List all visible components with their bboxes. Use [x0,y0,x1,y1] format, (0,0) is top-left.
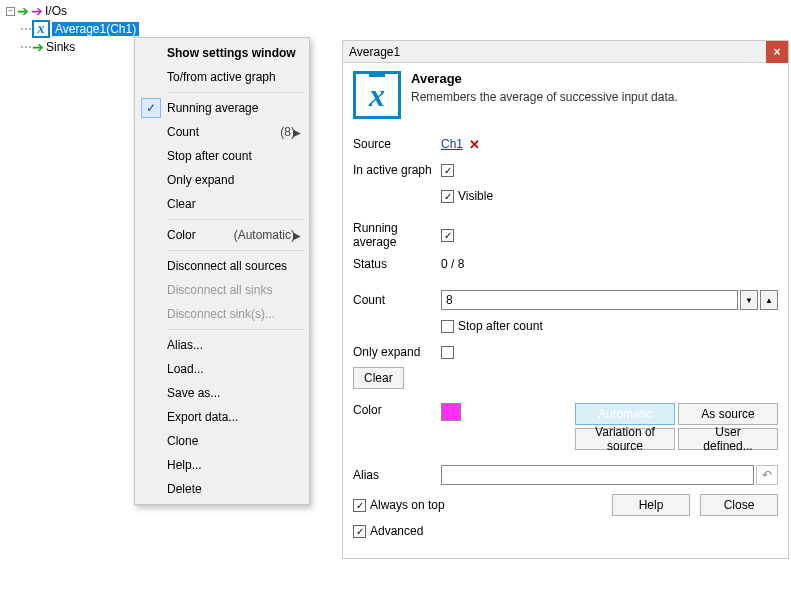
color-automatic-button[interactable]: Automatic [575,403,675,425]
description-block: Average Remembers the average of success… [353,71,778,119]
label-alias: Alias [353,468,441,482]
row-active-graph: In active graph [353,159,778,181]
footer: Always on top Advanced Help Close [353,494,778,546]
checkbox-only-expand[interactable] [441,346,454,359]
label-always-on-top: Always on top [370,498,445,512]
color-user-defined-button[interactable]: User defined... [678,428,778,450]
menu-stop-after-count[interactable]: Stop after count [137,144,307,168]
average-icon [353,71,401,119]
submenu-icon: ▶ [293,230,301,241]
label-source: Source [353,137,441,151]
menu-only-expand[interactable]: Only expand [137,168,307,192]
remove-source-icon[interactable]: ✕ [469,137,480,152]
menu-save-as[interactable]: Save as... [137,381,307,405]
color-swatch[interactable] [441,403,461,421]
label-color: Color [353,403,441,417]
color-variation-button[interactable]: Variation of source [575,428,675,450]
row-always-on-top: Always on top [353,494,445,516]
row-color: Color Automatic As source Variation of s… [353,403,778,450]
settings-body: Average Remembers the average of success… [343,63,788,558]
checkbox-active-graph[interactable] [441,164,454,177]
close-button[interactable]: × [766,41,788,63]
label-running-average: Running average [353,221,441,249]
average-icon [32,20,50,38]
menu-export-data[interactable]: Export data... [137,405,307,429]
menu-count[interactable]: Count(8)▶ [137,120,307,144]
menu-load[interactable]: Load... [137,357,307,381]
label-stop-after-count: Stop after count [458,319,543,333]
help-button[interactable]: Help [612,494,690,516]
close-settings-button[interactable]: Close [700,494,778,516]
color-mode-buttons: Automatic As source Variation of source … [575,403,778,450]
menu-disconnect-selected-sinks: Disconnect sink(s)... [137,302,307,326]
clear-button[interactable]: Clear [353,367,404,389]
menu-clone[interactable]: Clone [137,429,307,453]
arrow-right-icon: ➔ [32,41,44,53]
menu-separator [167,329,305,330]
settings-subtitle: Remembers the average of successive inpu… [411,90,678,104]
checkbox-advanced[interactable] [353,525,366,538]
alias-reset-button[interactable]: ↶ [756,465,778,485]
row-running-average: Running average [353,221,778,249]
spin-down-button[interactable]: ▼ [740,290,758,310]
settings-heading: Average [411,71,678,86]
row-count: Count ▼ ▲ [353,289,778,311]
menu-alias[interactable]: Alias... [137,333,307,357]
label-visible: Visible [458,189,493,203]
arrow-right-icon: ➔ [31,5,43,17]
status-value: 0 / 8 [441,257,464,271]
menu-color[interactable]: Color(Automatic)▶ [137,223,307,247]
settings-window: Average1 × Average Remembers the average… [342,40,789,559]
tree-label: Sinks [46,40,75,54]
menu-show-settings[interactable]: Show settings window [137,41,307,65]
label-only-expand: Only expand [353,345,441,359]
label-count: Count [353,293,441,307]
menu-separator [167,92,305,93]
row-source: Source Ch1 ✕ [353,133,778,155]
menu-help[interactable]: Help... [137,453,307,477]
settings-title: Average1 [349,45,400,59]
tree-node-sinks[interactable]: ⋯ ➔ Sinks [6,38,139,56]
menu-separator [167,250,305,251]
arrow-right-icon: ➔ [17,5,29,17]
tree-line-icon: ⋯ [20,40,30,54]
label-active-graph: In active graph [353,163,441,177]
row-clear: Clear [353,367,778,389]
source-link[interactable]: Ch1 [441,137,463,151]
count-input[interactable] [441,290,738,310]
tree-node-average1[interactable]: ⋯ Average1(Ch1) [6,20,139,38]
close-icon: × [773,45,780,59]
color-as-source-button[interactable]: As source [678,403,778,425]
checkbox-visible[interactable] [441,190,454,203]
label-advanced: Advanced [370,524,423,538]
collapse-icon[interactable]: − [6,7,15,16]
menu-disconnect-sinks: Disconnect all sinks [137,278,307,302]
tree-line-icon: ⋯ [20,22,30,36]
tree-label: I/Os [45,4,67,18]
submenu-icon: ▶ [293,127,301,138]
tree-view: − ➔ ➔ I/Os ⋯ Average1(Ch1) ⋯ ➔ Sinks [0,0,139,56]
settings-titlebar: Average1 × [343,41,788,63]
alias-input[interactable] [441,465,754,485]
count-stepper: ▼ ▲ [441,290,778,310]
row-status: Status 0 / 8 [353,253,778,275]
menu-running-average[interactable]: ✓ Running average [137,96,307,120]
context-menu: Show settings window To/from active grap… [134,37,310,505]
row-alias: Alias ↶ [353,464,778,486]
label-status: Status [353,257,441,271]
menu-clear[interactable]: Clear [137,192,307,216]
row-visible: Visible [353,185,778,207]
tree-label-selected: Average1(Ch1) [52,22,139,36]
menu-tofrom-graph[interactable]: To/from active graph [137,65,307,89]
menu-disconnect-sources[interactable]: Disconnect all sources [137,254,307,278]
menu-delete[interactable]: Delete [137,477,307,501]
check-icon: ✓ [141,98,161,118]
checkbox-stop-after-count[interactable] [441,320,454,333]
checkbox-always-on-top[interactable] [353,499,366,512]
tree-node-ios[interactable]: − ➔ ➔ I/Os [6,2,139,20]
row-only-expand: Only expand [353,341,778,363]
spin-up-button[interactable]: ▲ [760,290,778,310]
undo-icon: ↶ [762,468,772,482]
checkbox-running-average[interactable] [441,229,454,242]
menu-separator [167,219,305,220]
